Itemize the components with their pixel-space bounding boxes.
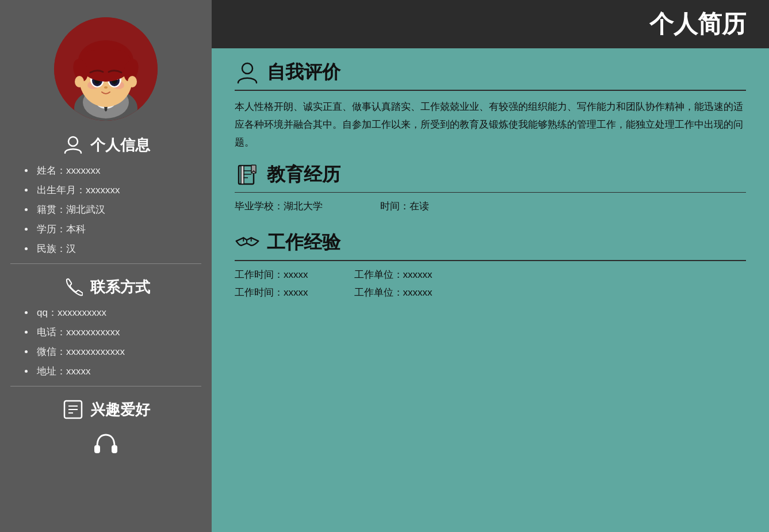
edu-time-info: 时间：在读 [380, 200, 429, 213]
svg-rect-32 [241, 166, 244, 184]
contact-address: 地址：xxxxx [35, 362, 212, 381]
self-eval-section: 自我评价 本人性格开朗、诚实正直、做事认真踏实、工作兢兢业业、有较强的组织能力、… [235, 60, 746, 152]
resume-content: 自我评价 本人性格开朗、诚实正直、做事认真踏实、工作兢兢业业、有较强的组织能力、… [212, 48, 769, 532]
work-title: 工作经验 [267, 230, 340, 255]
contact-phone: 电话：xxxxxxxxxxx [35, 323, 212, 342]
self-eval-icon [235, 60, 260, 85]
avatar-area [0, 0, 212, 127]
person-icon [62, 133, 85, 156]
education-divider [235, 192, 746, 193]
self-eval-title: 自我评价 [267, 60, 340, 85]
hobby-header: 兴趣爱好 [0, 398, 212, 421]
svg-point-17 [104, 86, 108, 89]
work-unit-1: 工作单位：xxxxxx [354, 268, 433, 281]
education-section: 教育经历 毕业学校：湖北大学 时间：在读 [235, 162, 746, 213]
work-rows: 工作时间：xxxxx 工作单位：xxxxxx 工作时间：xxxxx 工作单位：x… [235, 268, 746, 301]
svg-point-30 [242, 63, 252, 74]
contact-wechat: 微信：xxxxxxxxxxxx [35, 342, 212, 362]
work-header: 工作经验 [235, 230, 746, 255]
contact-title: 联系方式 [90, 277, 150, 297]
svg-point-23 [68, 137, 78, 146]
self-eval-header: 自我评价 [235, 60, 746, 85]
headphone-icon [91, 430, 120, 461]
sidebar-divider-2 [10, 386, 201, 386]
sidebar: 个人信息 姓名：xxxxxxx 出生年月：xxxxxxx 籍贯：湖北武汉 学历：… [0, 0, 212, 532]
main-content-area: 个人简历 自我评价 本人性格开朗、诚实正直、做事认真踏实、工作兢兢业业、有较强的… [212, 0, 769, 532]
svg-rect-28 [94, 445, 100, 453]
work-time-1: 工作时间：xxxxx [235, 268, 308, 281]
work-icon [235, 230, 260, 255]
education-icon [235, 162, 260, 187]
work-unit-2: 工作单位：xxxxxx [354, 286, 433, 299]
svg-rect-29 [112, 445, 117, 453]
page-title: 个人简历 [649, 10, 746, 37]
work-section: 工作经验 工作时间：xxxxx 工作单位：xxxxxx 工作时间：xxxxx [235, 230, 746, 301]
personal-info-birth: 出生年月：xxxxxxx [35, 181, 212, 200]
avatar [54, 17, 158, 121]
education-title: 教育经历 [267, 162, 340, 187]
hobby-title: 兴趣爱好 [90, 400, 150, 420]
personal-info-header: 个人信息 [0, 133, 212, 156]
personal-info-edu: 学历：本科 [35, 220, 212, 239]
work-row-1: 工作时间：xxxxx 工作单位：xxxxxx [235, 268, 746, 281]
sidebar-divider-1 [10, 263, 201, 264]
contact-list: qq：xxxxxxxxxx 电话：xxxxxxxxxxx 微信：xxxxxxxx… [0, 303, 212, 381]
school-info: 毕业学校：湖北大学 [235, 200, 323, 213]
self-eval-divider [235, 90, 746, 91]
personal-info-ethnicity: 民族：汉 [35, 239, 212, 259]
work-divider [235, 260, 746, 261]
personal-info-title: 个人信息 [90, 135, 150, 155]
personal-info-name: 姓名：xxxxxxx [35, 161, 212, 181]
svg-point-21 [75, 76, 84, 87]
education-header: 教育经历 [235, 162, 746, 187]
education-row: 毕业学校：湖北大学 时间：在读 [235, 200, 746, 213]
contact-qq: qq：xxxxxxxxxx [35, 303, 212, 323]
personal-info-hometown: 籍贯：湖北武汉 [35, 200, 212, 220]
work-row-2: 工作时间：xxxxx 工作单位：xxxxxx [235, 286, 746, 299]
work-time-2: 工作时间：xxxxx [235, 286, 308, 299]
phone-icon [62, 275, 85, 298]
main-header: 个人简历 [212, 0, 769, 48]
hobby-section: 兴趣爱好 [0, 391, 212, 461]
self-eval-body: 本人性格开朗、诚实正直、做事认真踏实、工作兢兢业业、有较强的组织能力、写作能力和… [235, 98, 746, 152]
hobby-icon [62, 398, 85, 421]
svg-point-22 [128, 76, 137, 87]
contact-header: 联系方式 [0, 275, 212, 298]
personal-info-list: 姓名：xxxxxxx 出生年月：xxxxxxx 籍贯：湖北武汉 学历：本科 民族… [0, 161, 212, 259]
